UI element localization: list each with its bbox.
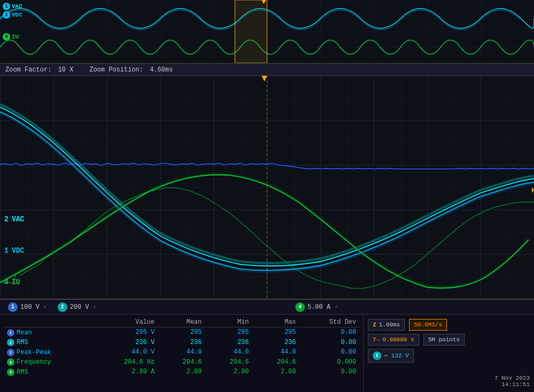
meas-rms4-min: 2.80 (206, 367, 253, 377)
meas-ch2-badge: 2 (7, 339, 14, 346)
trigger-value: 0.00000 s (382, 337, 414, 343)
measurements-table-container: Value Mean Min Max Std Dev 1 (0, 315, 363, 392)
zoom-info-bar: Zoom Factor: 10 X Zoom Position: 4.60ms (0, 64, 534, 76)
ch2-ctrl-symbol: ⌐ (384, 353, 388, 359)
svg-rect-2 (235, 0, 267, 63)
svg-text:1: 1 (4, 247, 9, 255)
ch2-scale-value: 200 V (70, 303, 89, 311)
overview-panel: 1 VAC 1 VDC 4 IU (0, 0, 534, 64)
meas-freq-label: Frequency (17, 358, 51, 366)
time-display: 14:11:51 (368, 381, 530, 388)
ch4-iu-label: IU (12, 34, 19, 40)
zoom-factor-label: Zoom Factor: 10 X (5, 66, 73, 74)
meas-pp-std: 0.00 (300, 347, 360, 357)
z-time-div-box[interactable]: Z 1.00ms (368, 319, 405, 331)
sample-rate-value: 50.0MS/s (414, 322, 442, 328)
meas-pp-value: 44.0 V (92, 347, 159, 357)
ch4-scale-badge: 4 (295, 302, 305, 312)
channel-scale-bar: 1 100 V ⚡ 2 200 V ⚡ 4 5.00 A ⚡ (0, 300, 534, 315)
meas-pp-mean: 44.0 (159, 347, 206, 357)
ch1-scale: 1 100 V ⚡ (8, 302, 47, 312)
meas-freq-std: 0.000 (300, 357, 360, 367)
meas-rms2-mean: 236 (159, 338, 206, 348)
ch1-badge: 1 (3, 3, 10, 10)
meas-rms2-std: 0.00 (300, 338, 360, 348)
svg-text:VAC: VAC (12, 215, 24, 224)
col-header-std: Std Dev (300, 317, 360, 327)
measurements-table: Value Mean Min Max Std Dev 1 (3, 317, 360, 377)
ch2-display-row: 2 ⌐ 132 V (368, 349, 530, 363)
meas-rms4-mean: 2.80 (159, 367, 206, 377)
ch2-ctrl-badge: 2 (373, 351, 381, 360)
ch1-badge2: 1 (3, 11, 10, 19)
meas-freq-mean: 204.6 (159, 357, 206, 367)
meas-rms2-label: RMS (17, 339, 28, 346)
svg-text:VDC: VDC (12, 247, 24, 255)
meas-mean-label: Mean (17, 329, 32, 337)
meas-rms4-value: 2.80 A (92, 367, 159, 377)
meas-ch4b-badge: 4 (7, 369, 14, 376)
meas-ch4-badge: 4 (7, 358, 14, 366)
svg-text:2: 2 (4, 215, 9, 224)
meas-rms4-label: RMS (17, 369, 28, 376)
meas-rms2-max: 236 (253, 338, 300, 348)
time-div-value: 1.00ms (379, 322, 400, 328)
ch2-vac-label: VAC (12, 3, 22, 10)
meas-mean-value: 295 V (92, 327, 159, 338)
ch4-scale: 4 5.00 A ⚡ (295, 302, 338, 312)
ch1-scale-badge: 1 (8, 302, 18, 312)
col-header-min: Min (206, 317, 253, 327)
ch2-scale: 2 200 V ⚡ (58, 302, 97, 312)
ch4-scale-value: 5.00 A (308, 303, 331, 311)
meas-pp-min: 44.0 (206, 347, 253, 357)
col-header-value: Value (92, 317, 159, 327)
meas-freq-value: 204.6 Hz (92, 357, 159, 367)
measurements-area: Value Mean Min Max Std Dev 1 (0, 315, 534, 392)
meas-ch1-badge: 1 (7, 329, 14, 337)
sample-rate-box: 50.0MS/s (409, 319, 447, 331)
zoom-position-label: Zoom Position: 4.60ms (89, 66, 172, 74)
ch1-vdc-label: VDC (12, 12, 22, 18)
date-display: 7 Nov 2023 (368, 375, 530, 381)
meas-row-mean: 1 Mean 295 V 295 295 295 0.00 (3, 327, 360, 338)
meas-pp-label: Peak-Peak (17, 349, 51, 356)
meas-freq-min: 204.6 (206, 357, 253, 367)
bottom-bar: 1 100 V ⚡ 2 200 V ⚡ 4 5.00 A ⚡ (0, 299, 534, 392)
meas-rms2-value: 236 V (92, 338, 159, 348)
col-header-max: Max (253, 317, 300, 327)
ch2-ctrl-value: 132 V (391, 353, 409, 359)
meas-pp-max: 44.0 (253, 347, 300, 357)
ch1-scale-value: 100 V (20, 303, 40, 311)
meas-rms4-std: 0.00 (300, 367, 360, 377)
col-header-name (3, 317, 92, 327)
time-controls-row1: Z 1.00ms 50.0MS/s (368, 319, 530, 331)
main-waveform-panel: 2 VAC 1 VDC 4 IU (0, 76, 534, 299)
points-box: 5M points (423, 334, 465, 346)
z-label: Z (373, 322, 376, 328)
meas-mean-max: 295 (253, 327, 300, 338)
meas-row-freq: 4 Frequency 204.6 Hz 204.6 204.6 204.6 0… (3, 357, 360, 367)
meas-row-pp: 1 Peak-Peak 44.0 V 44.0 44.0 44.0 0.00 (3, 347, 360, 357)
trigger-arrow: T→ (373, 337, 380, 343)
meas-ch1b-badge: 1 (7, 349, 14, 356)
time-controls-row2: T→ 0.00000 s 5M points (368, 334, 530, 346)
overview-channel-labels: 1 VAC 1 VDC 4 IU (3, 3, 22, 41)
datetime-container: 7 Nov 2023 14:11:51 (368, 375, 530, 388)
ch2-scale-badge: 2 (58, 302, 67, 312)
meas-row-rms4: 4 RMS 2.80 A 2.80 2.80 2.80 0.00 (3, 367, 360, 377)
zoom-position-value: 4.60ms (150, 66, 172, 74)
meas-mean-mean: 295 (159, 327, 206, 338)
right-controls: Z 1.00ms 50.0MS/s T→ 0.00000 s 5M points (363, 315, 534, 392)
meas-mean-min: 295 (206, 327, 253, 338)
ch2-trigger-box[interactable]: 2 ⌐ 132 V (368, 349, 414, 363)
points-value: 5M points (428, 337, 460, 343)
svg-text:IU: IU (12, 278, 20, 287)
col-header-mean: Mean (159, 317, 206, 327)
ch4-badge: 4 (3, 33, 10, 41)
meas-rms2-min: 236 (206, 338, 253, 348)
oscilloscope-display: 1 VAC 1 VDC 4 IU Zoom Factor: 10 X Zoom … (0, 0, 534, 392)
trigger-box[interactable]: T→ 0.00000 s (368, 334, 419, 346)
meas-mean-std: 0.00 (300, 327, 360, 338)
zoom-factor-value: 10 X (58, 66, 74, 74)
meas-freq-max: 204.6 (253, 357, 300, 367)
